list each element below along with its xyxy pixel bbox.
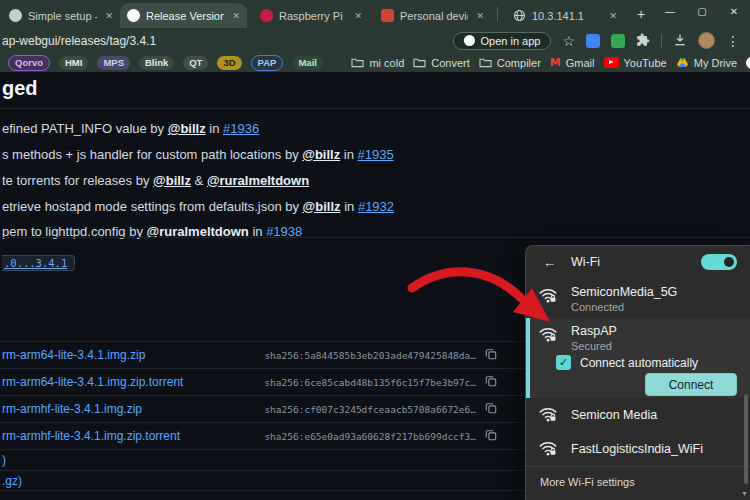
extensions-puzzle-icon[interactable] (636, 33, 650, 49)
user-link[interactable]: @billz (303, 199, 341, 214)
bookmark-label: YouTube (624, 57, 667, 69)
network-item-semicon-media[interactable]: Semicon Media (526, 398, 750, 432)
bookmark-folder-convert[interactable]: Convert (413, 57, 470, 69)
tab-simple-setup[interactable]: Simple setup - RaspAP D ✕ (2, 3, 120, 28)
tab-raspberry-pi-os[interactable]: Raspberry Pi OS downlo ✕ (253, 3, 369, 28)
checkbox-checked[interactable]: ✓ (556, 355, 571, 370)
bookmark-folder-mi-cold[interactable]: mi cold (351, 57, 404, 69)
window-controls: — ▢ ✕ (654, 0, 750, 22)
bookmark-hmi[interactable]: HMI (59, 56, 88, 70)
asset-row: .gz) (0, 470, 527, 491)
user-link[interactable]: @billz (153, 173, 191, 188)
network-item-fastlogisticsindia[interactable]: FastLogisticsIndia_WiFi (526, 432, 750, 466)
asset-sha: sha256:e65e0ad93a60628f217bb699dccf3… (264, 431, 476, 442)
tab-personal-devices[interactable]: Personal devices – Rasp ✕ (374, 3, 491, 28)
tab-separator (497, 7, 498, 21)
bookmark-folder-compiler[interactable]: Compiler (479, 57, 541, 69)
toolbar: ap-webgui/releases/tag/3.4.1 Open in app… (0, 28, 750, 53)
user-link[interactable]: @billz (168, 121, 206, 136)
asset-sha: sha256:5a844585b3eb203ade479425848da… (264, 350, 476, 361)
maximize-button[interactable]: ▢ (686, 0, 718, 22)
user-link[interactable]: @billz (302, 147, 340, 162)
changelog-text: s methods + js handler for custom path l… (2, 147, 302, 162)
wifi-header: ← Wi-Fi (526, 246, 750, 278)
bookmark-mps[interactable]: MPS (97, 56, 130, 70)
bookmark-youtube[interactable]: YouTube (604, 57, 667, 69)
asset-link[interactable]: .gz) (2, 474, 22, 488)
docs-extension-icon[interactable] (586, 34, 600, 48)
drive-icon (676, 57, 689, 68)
network-name: RaspAP (571, 324, 617, 338)
asset-row: rm-armhf-lite-3.4.1.img.zip sha256:cf007… (0, 395, 527, 422)
user-link[interactable]: @ruralmeltdown (207, 173, 309, 188)
connect-button[interactable]: Connect (645, 373, 737, 396)
profile-avatar[interactable] (698, 32, 715, 49)
asset-link[interactable]: rm-armhf-lite-3.4.1.img.zip.torrent (2, 429, 180, 443)
asset-link[interactable]: rm-armhf-lite-3.4.1.img.zip (2, 402, 142, 416)
asset-row: rm-armhf-lite-3.4.1.img.zip.torrent sha2… (0, 422, 527, 449)
scroll-down-icon[interactable]: ▼ (741, 490, 748, 497)
window-close-button[interactable]: ✕ (718, 0, 750, 22)
browser-menu-icon[interactable]: ⋮ (726, 34, 740, 48)
back-arrow-icon[interactable]: ← (543, 255, 556, 270)
tab-ip-address[interactable]: 10.3.141.1 ✕ (506, 3, 624, 28)
connect-automatically-row: ✓ Connect automatically (556, 355, 750, 370)
bookmark-qorvo[interactable]: Qorvo (8, 55, 50, 71)
copy-icon[interactable] (485, 400, 497, 418)
toggle-knob (724, 257, 734, 267)
bookmark-pap[interactable]: PAP (251, 55, 284, 71)
issue-link[interactable]: #1936 (223, 121, 259, 136)
sheets-extension-icon[interactable] (611, 34, 625, 48)
downloads-icon[interactable] (673, 33, 687, 49)
bookmark-label: Compiler (497, 57, 541, 69)
copy-icon[interactable] (485, 427, 497, 445)
bookmark-star-icon[interactable]: ☆ (562, 34, 575, 48)
asset-link[interactable]: rm-arm64-lite-3.4.1.img.zip.torrent (2, 375, 183, 389)
tab-close-icon[interactable]: ✕ (607, 11, 617, 21)
bookmark-gmail[interactable]: M Gmail (550, 56, 595, 69)
network-info: RaspAP Secured (571, 324, 617, 352)
tab-close-icon[interactable]: ✕ (474, 11, 484, 21)
wifi-toggle[interactable] (701, 254, 737, 270)
full-changelog-link[interactable]: .0...3.4.1 (2, 255, 75, 271)
tab-close-icon[interactable]: ✕ (352, 11, 362, 21)
copy-icon[interactable] (485, 373, 497, 391)
network-info: SemiconMedia_5G Connected (571, 285, 677, 313)
tab-close-icon[interactable]: ✕ (103, 11, 113, 21)
apps-grid-icon[interactable] (332, 57, 334, 68)
asset-link[interactable]: rm-arm64-lite-3.4.1.img.zip (2, 348, 145, 362)
changelog-text: & (191, 173, 207, 188)
issue-link[interactable]: #1935 (358, 147, 394, 162)
changelog-line: etrieve hostapd mode settings from defau… (2, 198, 748, 217)
network-row: RaspAP Secured (526, 324, 750, 352)
asset-row: rm-arm64-lite-3.4.1.img.zip sha256:5a844… (0, 341, 527, 368)
bookmark-github[interactable]: GitHub (746, 57, 750, 69)
minimize-button[interactable]: — (654, 0, 686, 22)
wifi-secured-icon (538, 285, 558, 308)
open-in-app-button[interactable]: Open in app (453, 32, 552, 50)
tab-title: 10.3.141.1 (532, 10, 601, 22)
tab-close-icon[interactable]: ✕ (230, 11, 240, 21)
tab-title: Personal devices – Rasp (400, 10, 468, 22)
bookmark-blink[interactable]: Blink (139, 56, 174, 70)
tab-strip: Simple setup - RaspAP D ✕ Release Versio… (0, 0, 750, 28)
browser-chrome: Simple setup - RaspAP D ✕ Release Versio… (0, 0, 750, 72)
issue-link[interactable]: #1932 (358, 199, 394, 214)
changelog-line: efined PATH_INFO value by @billz in #193… (2, 120, 748, 139)
network-item-semiconmedia-5g[interactable]: SemiconMedia_5G Connected (526, 278, 750, 318)
bookmark-my-drive[interactable]: My Drive (676, 57, 737, 69)
network-name: Semicon Media (571, 408, 657, 422)
new-tab-button[interactable]: + (633, 6, 649, 22)
network-item-raspap-expanded[interactable]: RaspAP Secured ✓ Connect automatically C… (526, 318, 750, 398)
asset-link[interactable]: ) (2, 453, 6, 467)
copy-icon[interactable] (485, 346, 497, 364)
address-bar[interactable]: ap-webgui/releases/tag/3.4.1 (2, 34, 156, 48)
bookmark-qt[interactable]: QT (183, 56, 208, 70)
scrollbar-thumb[interactable] (744, 394, 748, 484)
network-name: FastLogisticsIndia_WiFi (571, 442, 703, 456)
changelog-text: etrieve hostapd mode settings from defau… (2, 199, 303, 214)
more-wifi-settings-link[interactable]: More Wi-Fi settings (526, 466, 750, 500)
bookmark-3d[interactable]: 3D (217, 56, 241, 70)
bookmark-mail[interactable]: Mail (292, 56, 322, 70)
tab-release-version[interactable]: Release Version 3.4.1 - R ✕ (120, 3, 247, 28)
